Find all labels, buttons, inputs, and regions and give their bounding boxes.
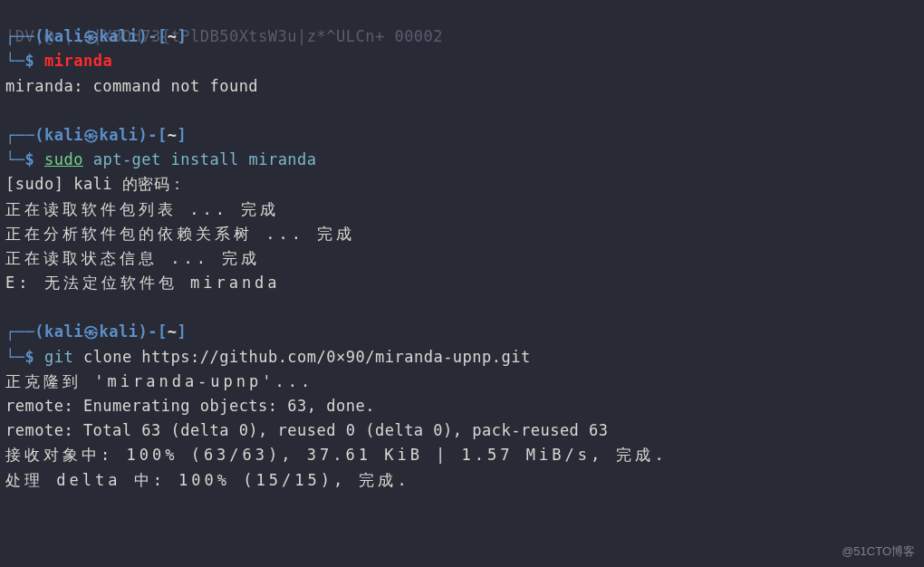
output-reading-packages: 正在读取软件包列表 ... 完成 (5, 197, 919, 222)
background-garbage-1 (5, 0, 919, 24)
output-resolving: 处理 delta 中: 100% (15/15), 完成. (5, 468, 919, 493)
output-receiving: 接收对象中: 100% (63/63), 37.61 KiB | 1.57 Mi… (5, 443, 919, 467)
output-cloning-into: 正克隆到 'miranda-upnp'... (5, 370, 919, 394)
command-apt-get: apt-get install miranda (83, 150, 317, 168)
watermark: @51CTO博客 (842, 543, 915, 562)
prompt-bottom-3: └─$ git clone https://github.com/0×90/mi… (5, 345, 919, 370)
output-unable-locate: E: 无法定位软件包 miranda (5, 271, 919, 295)
output-total: remote: Total 63 (delta 0), reused 0 (de… (5, 418, 919, 443)
prompt-top-2: ┌──(kali㉿kali)-[~] (5, 123, 919, 148)
prompt-top-3: ┌──(kali㉿kali)-[~] (5, 320, 919, 344)
prompt-bottom-1: └─$ miranda (5, 49, 919, 73)
output-not-found: miranda: command not found (5, 74, 919, 99)
terminal[interactable]: |DV|@ |\$|XBOH73{tPlDB50XtsW3u|z*^ULCn+ … (0, 0, 924, 493)
command-sudo: sudo (44, 150, 83, 168)
output-enumerating: remote: Enumerating objects: 63, done. (5, 394, 919, 418)
prompt-bottom-2: └─$ sudo apt-get install miranda (5, 148, 919, 172)
command-git: git (44, 348, 73, 366)
command-git-args: clone https://github.com/0×90/miranda-up… (73, 348, 531, 366)
command-miranda: miranda (44, 52, 112, 70)
output-reading-state: 正在读取状态信息 ... 完成 (5, 246, 919, 271)
output-sudo-pw: [sudo] kali 的密码： (5, 172, 919, 197)
prompt-top-1: ┌──(kali㉿kali)-[~] (5, 24, 919, 49)
output-dependency-tree: 正在分析软件包的依赖关系树 ... 完成 (5, 222, 919, 246)
